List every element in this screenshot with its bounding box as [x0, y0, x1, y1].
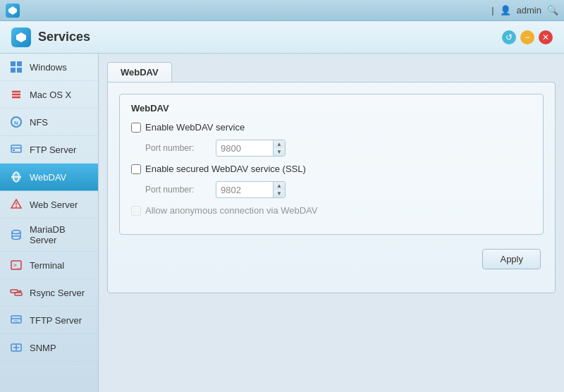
svg-text:TF: TF [13, 319, 19, 324]
rsync-icon [8, 285, 24, 300]
snmp-icon [8, 340, 24, 355]
sidebar-item-label: MariaDB Server [30, 224, 90, 245]
sidebar-item-macos[interactable]: Mac OS X [0, 81, 98, 109]
sidebar-item-label: Web Server [30, 200, 78, 210]
user-icon: 👤 [500, 5, 511, 16]
svg-rect-11 [11, 145, 21, 152]
title-bar-right: | 👤 admin 🔍 [491, 5, 558, 16]
apply-button[interactable]: Apply [482, 249, 541, 269]
port-up-1[interactable]: ▲ [274, 140, 285, 148]
webserver-icon [8, 197, 24, 212]
webdav-form-group: WebDAV Enable WebDAV service Port number… [119, 94, 544, 235]
port-spinners-1: ▲ ▼ [273, 140, 285, 156]
sidebar-item-label: Terminal [30, 260, 64, 271]
sidebar-item-snmp[interactable]: SNMP [0, 334, 98, 362]
svg-rect-4 [11, 68, 16, 73]
sidebar-item-webserver[interactable]: Web Server [0, 191, 98, 219]
ftp-icon [8, 142, 24, 157]
port-down-2[interactable]: ▼ [274, 190, 285, 197]
app-header-icon [11, 27, 31, 47]
svg-point-23 [12, 236, 20, 240]
macos-icon [8, 87, 24, 102]
minimize-button[interactable]: − [520, 30, 534, 44]
search-icon[interactable]: 🔍 [547, 5, 558, 16]
svg-point-19 [16, 206, 17, 207]
sidebar-item-label: SNMP [30, 343, 56, 353]
port-row-2: Port number: ▲ ▼ [131, 181, 532, 198]
svg-text:N: N [14, 120, 18, 126]
tab-webdav[interactable]: WebDAV [107, 62, 172, 82]
svg-marker-0 [8, 6, 17, 15]
separator-icon: | [491, 5, 494, 16]
nfs-icon: N [8, 114, 24, 130]
port-down-1[interactable]: ▼ [274, 148, 285, 156]
mariadb-icon [8, 227, 24, 243]
sidebar-item-label: Windows [30, 62, 67, 73]
page-title: Services [38, 30, 90, 44]
sidebar-item-nfs[interactable]: N NFS [0, 109, 98, 136]
port-input-wrap-2: ▲ ▼ [216, 181, 286, 198]
windows-icon [8, 59, 24, 75]
port-up-2[interactable]: ▲ [274, 182, 285, 190]
content-area: WebDAV WebDAV Enable WebDAV service Port… [99, 54, 564, 392]
port-input-1[interactable] [216, 141, 273, 156]
sidebar: Windows Mac OS X N NFS [0, 54, 99, 392]
webdav-section-title: WebDAV [131, 103, 532, 114]
tab-bar: WebDAV [107, 62, 556, 82]
enable-ssl-label: Enable secured WebDAV service (SSL) [131, 164, 306, 174]
sidebar-item-rsync[interactable]: Rsync Server [0, 279, 98, 307]
sidebar-item-label: FTP Server [30, 145, 76, 155]
webdav-panel: WebDAV Enable WebDAV service Port number… [107, 82, 556, 293]
sidebar-item-ftp[interactable]: FTP Server [0, 136, 98, 164]
tftp-icon: TF [8, 312, 24, 328]
port-row-1: Port number: ▲ ▼ [131, 140, 532, 157]
enable-webdav-row: Enable WebDAV service [131, 122, 532, 133]
header-controls: ↺ − ✕ [502, 30, 553, 44]
port-input-2[interactable] [216, 183, 273, 197]
close-button[interactable]: ✕ [539, 30, 553, 44]
enable-ssl-row: Enable secured WebDAV service (SSL) [131, 164, 532, 174]
sidebar-item-mariadb[interactable]: MariaDB Server [0, 219, 98, 252]
svg-rect-13 [13, 149, 15, 151]
enable-ssl-checkbox[interactable] [131, 164, 141, 174]
refresh-button[interactable]: ↺ [502, 30, 516, 44]
anonymous-row: Allow anonymous connection via WebDAV [131, 205, 532, 216]
svg-rect-3 [17, 61, 22, 66]
svg-text:>_: >_ [13, 262, 20, 269]
title-bar: | 👤 admin 🔍 [0, 0, 564, 21]
webdav-icon [8, 169, 24, 185]
anonymous-label: Allow anonymous connection via WebDAV [131, 205, 317, 216]
sidebar-item-terminal[interactable]: >_ Terminal [0, 252, 98, 279]
username-label: admin [517, 5, 541, 16]
sidebar-item-windows[interactable]: Windows [0, 54, 98, 81]
anonymous-checkbox[interactable] [131, 206, 141, 216]
sidebar-item-label: Rsync Server [30, 288, 85, 298]
svg-rect-5 [17, 68, 22, 73]
port-spinners-2: ▲ ▼ [273, 182, 285, 197]
app-header: Services ↺ − ✕ [0, 21, 564, 54]
sidebar-item-label: WebDAV [30, 172, 66, 183]
enable-webdav-label: Enable WebDAV service [131, 122, 245, 133]
svg-rect-27 [15, 293, 22, 295]
sidebar-item-label: Mac OS X [30, 90, 71, 100]
sidebar-item-tftp[interactable]: TF TFTP Server [0, 307, 98, 334]
sidebar-item-label: NFS [30, 117, 48, 128]
sidebar-item-webdav[interactable]: WebDAV [0, 164, 98, 191]
app-icon [6, 4, 20, 18]
terminal-icon: >_ [8, 257, 24, 273]
port-label-2: Port number: [145, 185, 216, 195]
svg-rect-2 [11, 61, 16, 66]
svg-point-20 [12, 231, 20, 234]
port-input-wrap-1: ▲ ▼ [216, 140, 286, 157]
apply-wrap: Apply [119, 249, 544, 269]
title-bar-left [6, 4, 20, 18]
svg-marker-1 [16, 32, 26, 42]
port-label-1: Port number: [145, 143, 216, 153]
enable-webdav-checkbox[interactable] [131, 123, 141, 133]
sidebar-item-label: TFTP Server [30, 315, 82, 326]
